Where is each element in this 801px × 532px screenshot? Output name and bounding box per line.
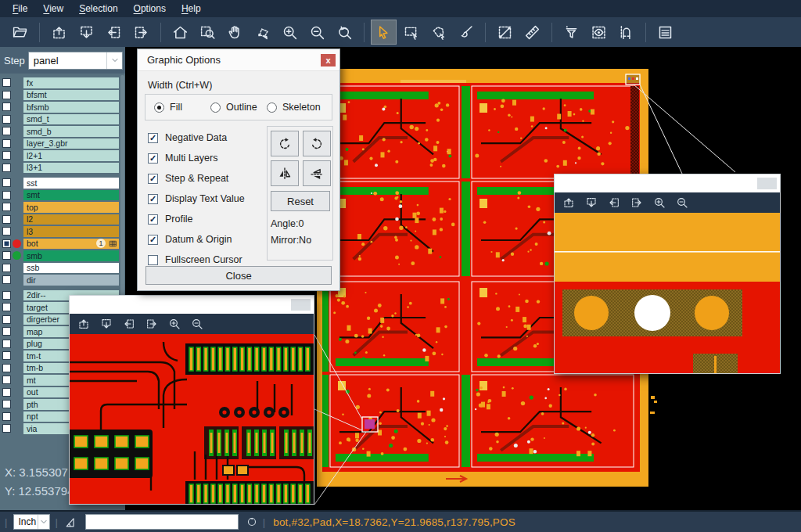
layer-row-smb[interactable]: smb: [0, 250, 125, 262]
toolbar-zoom-window-button[interactable]: [195, 20, 221, 45]
magnifier-zoom-in-button[interactable]: [168, 318, 181, 330]
magnifier-pan-down-button[interactable]: [585, 196, 598, 209]
unit-select[interactable]: Inch: [13, 514, 50, 530]
layer-name[interactable]: bot1: [23, 239, 119, 250]
window-control-button[interactable]: [291, 299, 311, 311]
layer-row-smd-t[interactable]: smd_t: [0, 113, 125, 126]
layer-name[interactable]: smb: [23, 250, 119, 261]
layer-row-l3-1[interactable]: l3+1: [0, 162, 125, 174]
angle-measure-icon[interactable]: [64, 516, 77, 529]
rotate-ccw-button[interactable]: [303, 131, 331, 156]
magnifier-pan-left-button[interactable]: [123, 318, 135, 330]
layer-visibility-checkbox[interactable]: [2, 303, 11, 311]
layer-visibility-checkbox[interactable]: [2, 78, 11, 87]
checkbox-display-text-value[interactable]: ✓Display Text Value: [148, 189, 245, 209]
layer-row-layer-3-gbr[interactable]: layer_3.gbr: [0, 138, 125, 150]
layer-visibility-checkbox[interactable]: [2, 376, 11, 384]
menu-selection[interactable]: Selection: [71, 1, 125, 16]
layer-visibility-checkbox[interactable]: [2, 215, 11, 224]
layer-name[interactable]: smt: [23, 190, 119, 201]
layer-name[interactable]: smd_t: [23, 114, 119, 125]
layer-name[interactable]: smd_b: [23, 126, 119, 137]
toolbar-view-options-button[interactable]: [586, 20, 612, 45]
layer-name[interactable]: bfsmt: [23, 90, 119, 101]
layer-name[interactable]: l3+1: [23, 163, 119, 174]
layer-name[interactable]: sst: [23, 178, 119, 189]
layer-visibility-checkbox[interactable]: [2, 191, 11, 200]
layer-name[interactable]: layer_3.gbr: [23, 138, 119, 149]
layer-visibility-checkbox[interactable]: [2, 340, 11, 348]
magnifier-pan-up-button[interactable]: [562, 196, 575, 209]
layer-visibility-checkbox[interactable]: [2, 351, 11, 360]
layer-name[interactable]: ssb: [23, 263, 119, 274]
toolbar-pan-down-button[interactable]: [74, 20, 99, 45]
toolbar-zoom-out-button[interactable]: [304, 20, 330, 45]
magnifier-window-top-right[interactable]: [554, 174, 781, 374]
toolbar-zoom-previous-button[interactable]: [332, 20, 357, 45]
layer-row-bfsmb[interactable]: bfsmb: [0, 101, 125, 113]
layer-visibility-checkbox[interactable]: [2, 151, 11, 160]
radio-outline[interactable]: Outline: [210, 102, 267, 113]
dialog-title-bar[interactable]: Graphic Options: [138, 49, 339, 71]
refresh-icon[interactable]: [246, 516, 258, 528]
toolbar-pan-left-button[interactable]: [101, 20, 127, 45]
layer-row-l2-1[interactable]: l2+1: [0, 149, 125, 162]
layer-visibility-checkbox[interactable]: [2, 251, 11, 260]
toolbar-home-view-button[interactable]: [167, 20, 193, 45]
layer-name[interactable]: l2: [23, 214, 119, 225]
toolbar-brush-button[interactable]: [453, 20, 479, 45]
layer-row-dir[interactable]: dir: [0, 274, 125, 286]
radio-fill[interactable]: Fill: [154, 102, 210, 113]
layer-visibility-checkbox[interactable]: [2, 227, 11, 235]
toolbar-snap-button[interactable]: [613, 20, 639, 45]
layer-name[interactable]: fx: [23, 77, 119, 88]
toolbar-move-vertex-button[interactable]: [250, 20, 275, 45]
toolbar-layers-panel-button[interactable]: [652, 20, 678, 45]
layer-visibility-checkbox[interactable]: [2, 139, 11, 148]
layer-name[interactable]: dir: [23, 275, 119, 286]
magnifier-zoom-in-button[interactable]: [653, 196, 666, 209]
magnifier-view[interactable]: [70, 334, 314, 504]
command-input[interactable]: [85, 514, 239, 530]
checkbox-step-repeat[interactable]: ✓Step & Repeat: [148, 168, 245, 189]
magnifier-pan-down-button[interactable]: [100, 318, 113, 330]
toolbar-pan-hand-button[interactable]: [222, 20, 248, 45]
layer-row-ssb[interactable]: ssb: [0, 262, 125, 275]
toolbar-pan-up-button[interactable]: [46, 20, 72, 45]
flip-vertical-button[interactable]: [303, 160, 331, 186]
dialog-close-button[interactable]: x: [321, 54, 336, 66]
magnifier-window-bottom-left[interactable]: [69, 295, 314, 505]
layer-visibility-checkbox[interactable]: [2, 115, 11, 124]
radio-skeleton[interactable]: Skeleton: [267, 102, 323, 113]
layer-visibility-checkbox[interactable]: [2, 178, 11, 187]
layer-name[interactable]: l3: [23, 226, 119, 237]
magnifier-zoom-out-button[interactable]: [676, 196, 688, 209]
layer-row-sst[interactable]: sst: [0, 177, 125, 189]
layer-row-fx[interactable]: fx: [0, 77, 125, 89]
layer-visibility-checkbox[interactable]: [2, 291, 11, 300]
layer-name[interactable]: bfsmb: [23, 102, 119, 113]
magnifier-title-bar[interactable]: [70, 296, 314, 314]
layer-visibility-checkbox[interactable]: [2, 364, 11, 372]
reset-button[interactable]: Reset: [271, 191, 330, 211]
magnifier-pan-left-button[interactable]: [608, 196, 620, 209]
layer-visibility-checkbox[interactable]: [2, 315, 11, 324]
rotate-cw-button[interactable]: [271, 131, 299, 156]
toolbar-measure-distance-button[interactable]: [492, 20, 518, 45]
layer-visibility-checkbox[interactable]: [2, 91, 11, 99]
layer-visibility-checkbox[interactable]: [2, 102, 11, 111]
layer-visibility-checkbox[interactable]: [2, 412, 11, 421]
checkbox-multi-layers[interactable]: ✓Multi Layers: [148, 148, 245, 168]
toolbar-open-file-button[interactable]: [7, 20, 33, 45]
layer-visibility-checkbox[interactable]: [2, 327, 11, 336]
flip-horizontal-button[interactable]: [271, 160, 299, 186]
toolbar-select-polygon-button[interactable]: [426, 20, 451, 45]
checkbox-datum-origin[interactable]: ✓Datum & Origin: [148, 229, 245, 250]
layer-visibility-checkbox[interactable]: [2, 275, 11, 284]
menu-view[interactable]: View: [35, 1, 71, 16]
toolbar-select-rectangle-button[interactable]: [398, 20, 424, 45]
magnifier-view[interactable]: [555, 213, 780, 373]
layer-list-scrollbar[interactable]: [120, 75, 124, 310]
layer-row-smd-b[interactable]: smd_b: [0, 125, 125, 138]
layer-visibility-checkbox[interactable]: [2, 203, 11, 211]
